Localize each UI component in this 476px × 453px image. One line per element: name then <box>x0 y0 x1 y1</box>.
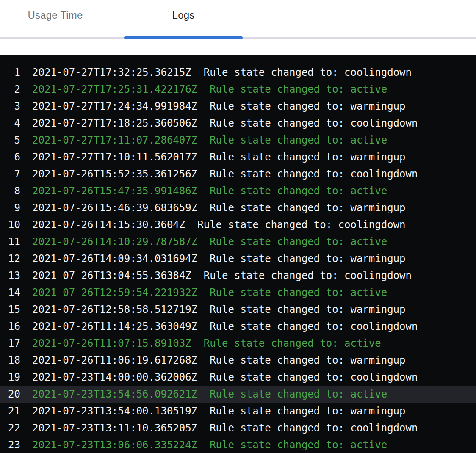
line-timestamp: 2021-07-27T17:24:34.991984Z <box>32 100 197 112</box>
line-number: 15 <box>0 304 20 315</box>
log-row[interactable]: 13 2021-07-26T13:04:55.36384Z Rule state… <box>0 267 476 284</box>
tab-bar: Usage Time Logs <box>0 0 476 39</box>
line-number: 19 <box>0 371 20 383</box>
line-message: Rule state changed to: active <box>210 134 387 146</box>
log-row[interactable]: 5 2021-07-27T17:11:07.286407Z Rule state… <box>0 132 476 149</box>
line-timestamp: 2021-07-26T14:15:30.3604Z <box>32 219 185 231</box>
log-row[interactable]: 23 2021-07-23T13:06:06.335224Z Rule stat… <box>0 436 476 453</box>
line-message: Rule state changed to: active <box>210 185 387 197</box>
line-number: 13 <box>0 270 20 282</box>
line-number: 21 <box>0 405 20 417</box>
active-tab-indicator <box>124 36 243 39</box>
line-message: Rule state changed to: active <box>210 287 387 298</box>
line-number: 8 <box>0 185 20 197</box>
line-number: 17 <box>0 337 20 349</box>
line-number: 9 <box>0 202 20 214</box>
line-message: Rule state changed to: warmingup <box>210 151 405 163</box>
line-timestamp: 2021-07-27T17:25:31.422176Z <box>32 83 197 95</box>
tab-logs-label: Logs <box>172 9 195 21</box>
line-message: Rule state changed to: coolingdown <box>204 66 412 78</box>
line-message: Rule state changed to: warmingup <box>210 304 405 315</box>
line-message: Rule state changed to: warmingup <box>210 100 405 112</box>
log-row[interactable]: 4 2021-07-27T17:18:25.360506Z Rule state… <box>0 115 476 132</box>
line-timestamp: 2021-07-26T15:46:39.683659Z <box>32 202 197 214</box>
line-timestamp: 2021-07-23T13:54:00.130519Z <box>32 405 197 417</box>
log-row[interactable]: 3 2021-07-27T17:24:34.991984Z Rule state… <box>0 98 476 115</box>
line-number: 4 <box>0 117 20 129</box>
log-row[interactable]: 21 2021-07-23T13:54:00.130519Z Rule stat… <box>0 403 476 420</box>
line-number: 23 <box>0 439 20 451</box>
log-row[interactable]: 22 2021-07-23T13:11:10.365205Z Rule stat… <box>0 420 476 436</box>
line-message: Rule state changed to: warmingup <box>210 253 405 265</box>
line-message: Rule state changed to: active <box>210 236 387 248</box>
log-row[interactable]: 1 2021-07-27T17:32:25.36215Z Rule state … <box>0 64 476 81</box>
log-row[interactable]: 11 2021-07-26T14:10:29.787587Z Rule stat… <box>0 233 476 250</box>
line-number: 6 <box>0 151 20 163</box>
line-number: 18 <box>0 354 20 366</box>
line-number: 22 <box>0 422 20 434</box>
line-number: 10 <box>0 219 20 231</box>
line-message: Rule state changed to: active <box>210 439 387 451</box>
line-message: Rule state changed to: active <box>210 388 387 400</box>
log-row[interactable]: 6 2021-07-27T17:10:11.562017Z Rule state… <box>0 149 476 166</box>
line-timestamp: 2021-07-27T17:11:07.286407Z <box>32 134 197 146</box>
line-number: 2 <box>0 83 20 95</box>
tab-logs[interactable]: Logs <box>124 0 243 37</box>
log-row[interactable]: 7 2021-07-26T15:52:35.361256Z Rule state… <box>0 166 476 182</box>
line-number: 1 <box>0 66 20 78</box>
line-number: 20 <box>0 388 20 400</box>
line-message: Rule state changed to: coolingdown <box>210 168 418 180</box>
line-message: Rule state changed to: coolingdown <box>210 422 418 434</box>
line-number: 5 <box>0 134 20 146</box>
log-row[interactable]: 8 2021-07-26T15:47:35.991486Z Rule state… <box>0 182 476 199</box>
log-row[interactable]: 14 2021-07-26T12:59:54.221932Z Rule stat… <box>0 284 476 301</box>
line-timestamp: 2021-07-26T12:59:54.221932Z <box>32 287 197 298</box>
line-message: Rule state changed to: warmingup <box>210 405 405 417</box>
line-timestamp: 2021-07-26T11:07:15.89103Z <box>32 337 191 349</box>
line-timestamp: 2021-07-26T15:52:35.361256Z <box>32 168 197 180</box>
line-timestamp: 2021-07-26T13:04:55.36384Z <box>32 270 191 282</box>
line-number: 7 <box>0 168 20 180</box>
line-number: 16 <box>0 320 20 332</box>
line-message: Rule state changed to: coolingdown <box>210 371 418 383</box>
log-row[interactable]: 9 2021-07-26T15:46:39.683659Z Rule state… <box>0 199 476 216</box>
log-row[interactable]: 10 2021-07-26T14:15:30.3604Z Rule state … <box>0 216 476 233</box>
line-number: 3 <box>0 100 20 112</box>
line-number: 12 <box>0 253 20 265</box>
line-timestamp: 2021-07-27T17:18:25.360506Z <box>32 117 197 129</box>
line-message: Rule state changed to: active <box>204 337 381 349</box>
line-timestamp: 2021-07-23T13:54:56.092621Z <box>32 388 197 400</box>
log-row[interactable]: 18 2021-07-26T11:06:19.617268Z Rule stat… <box>0 352 476 369</box>
log-row[interactable]: 2 2021-07-27T17:25:31.422176Z Rule state… <box>0 81 476 98</box>
line-number: 11 <box>0 236 20 248</box>
line-message: Rule state changed to: warmingup <box>210 202 405 214</box>
line-timestamp: 2021-07-26T14:09:34.031694Z <box>32 253 197 265</box>
line-timestamp: 2021-07-26T11:14:25.363049Z <box>32 320 197 332</box>
line-timestamp: 2021-07-23T13:11:10.365205Z <box>32 422 197 434</box>
line-timestamp: 2021-07-23T14:00:00.362006Z <box>32 371 197 383</box>
line-timestamp: 2021-07-26T14:10:29.787587Z <box>32 236 197 248</box>
log-row[interactable]: 17 2021-07-26T11:07:15.89103Z Rule state… <box>0 335 476 352</box>
page: Usage Time Logs 1 2021-07-27T17:32:25.36… <box>0 0 476 453</box>
line-number: 14 <box>0 287 20 298</box>
line-message: Rule state changed to: coolingdown <box>210 117 418 129</box>
line-timestamp: 2021-07-27T17:32:25.36215Z <box>32 66 191 78</box>
log-panel: 1 2021-07-27T17:32:25.36215Z Rule state … <box>0 55 476 453</box>
log-row[interactable]: 16 2021-07-26T11:14:25.363049Z Rule stat… <box>0 318 476 335</box>
line-timestamp: 2021-07-27T17:10:11.562017Z <box>32 151 197 163</box>
line-timestamp: 2021-07-26T12:58:58.512719Z <box>32 304 197 315</box>
line-message: Rule state changed to: coolingdown <box>204 270 412 282</box>
log-row[interactable]: 12 2021-07-26T14:09:34.031694Z Rule stat… <box>0 250 476 267</box>
line-timestamp: 2021-07-23T13:06:06.335224Z <box>32 439 197 451</box>
log-row[interactable]: 19 2021-07-23T14:00:00.362006Z Rule stat… <box>0 369 476 386</box>
line-timestamp: 2021-07-26T11:06:19.617268Z <box>32 354 197 366</box>
log-row[interactable]: 20 2021-07-23T13:54:56.092621Z Rule stat… <box>0 386 476 403</box>
tab-usage-time-label: Usage Time <box>28 9 83 21</box>
line-message: Rule state changed to: coolingdown <box>210 320 418 332</box>
tab-usage-time[interactable]: Usage Time <box>6 0 105 37</box>
line-message: Rule state changed to: coolingdown <box>197 219 405 231</box>
line-message: Rule state changed to: warmingup <box>210 354 405 366</box>
line-timestamp: 2021-07-26T15:47:35.991486Z <box>32 185 197 197</box>
line-message: Rule state changed to: active <box>210 83 387 95</box>
log-row[interactable]: 15 2021-07-26T12:58:58.512719Z Rule stat… <box>0 301 476 318</box>
